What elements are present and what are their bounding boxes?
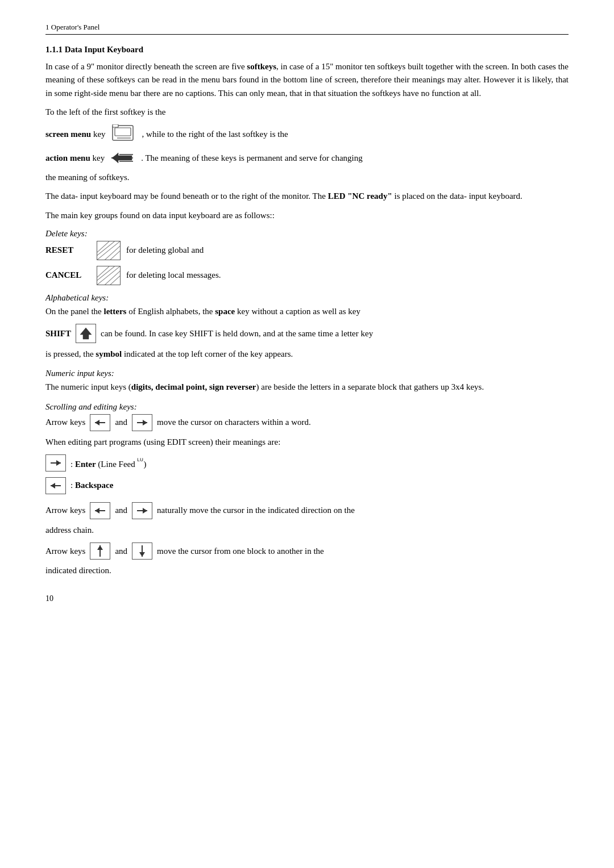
backspace-label: : Backspace xyxy=(70,481,113,490)
down-arrow-icon xyxy=(132,542,152,560)
shift-icon xyxy=(76,324,96,343)
action-menu-icon xyxy=(110,148,135,168)
arrow-row-3-suffix: move the cursor from one block to anothe… xyxy=(157,546,324,556)
backspace-arrow-icon xyxy=(45,477,66,494)
numeric-keys-label: Numeric input keys: xyxy=(45,369,569,378)
action-menu-desc: . The meaning of these keys is permanent… xyxy=(141,153,363,163)
svg-marker-35 xyxy=(97,545,103,550)
arrow-row-2: Arrow keys and naturally move the cursor… xyxy=(45,502,569,519)
screen-menu-after: , while to the right of the last softkey… xyxy=(142,130,288,139)
address-chain: address chain. xyxy=(45,524,569,537)
screen-menu-row: screen menu key , while to the right of … xyxy=(45,124,569,144)
up-arrow-icon xyxy=(90,542,110,560)
paragraph-led: The data- input keyboard may be found be… xyxy=(45,190,569,203)
delete-keys-label: Delete keys: xyxy=(45,229,569,239)
right-arrow-icon-1 xyxy=(132,414,152,431)
page-number: 10 xyxy=(45,594,569,603)
indicated-direction: indicated direction. xyxy=(45,564,569,577)
svg-marker-23 xyxy=(95,420,99,425)
svg-line-19 xyxy=(108,266,120,285)
svg-marker-29 xyxy=(51,483,55,489)
paragraph-key-groups: The main key groups found on data input … xyxy=(45,209,569,222)
page-header: 1 Operator's Panel xyxy=(45,23,569,35)
cancel-icon xyxy=(97,266,121,285)
enter-arrow-icon xyxy=(45,454,66,471)
enter-label: : Enter (Line Feed ᴸᵁ) xyxy=(70,457,146,469)
svg-marker-7 xyxy=(111,155,116,161)
left-arrow-icon-1 xyxy=(90,414,110,431)
arrow-row-3-prefix: Arrow keys xyxy=(45,546,85,556)
scrolling-keys-label: Scrolling and editing keys: xyxy=(45,402,569,412)
shift-label: SHIFT xyxy=(45,329,71,339)
shift-row: SHIFT can be found. In case key SHIFT is… xyxy=(45,324,569,343)
editing-intro: When editing part programs (using EDIT s… xyxy=(45,436,569,449)
reset-icon xyxy=(97,241,121,260)
svg-line-16 xyxy=(97,266,120,285)
svg-marker-33 xyxy=(143,508,147,514)
svg-marker-27 xyxy=(56,460,61,466)
svg-marker-25 xyxy=(143,420,147,425)
cancel-desc: for deleting local messages. xyxy=(126,270,221,280)
shift-desc: can be found. In case key SHIFT is held … xyxy=(101,329,373,339)
cancel-label: CANCEL xyxy=(45,270,91,280)
header-text: 1 Operator's Panel xyxy=(45,23,99,32)
section-title: 1.1.1 Data Input Keyboard xyxy=(45,45,569,55)
alphabetical-keys-label: Alphabetical keys: xyxy=(45,293,569,303)
svg-marker-31 xyxy=(95,508,99,514)
arrow-and-1: and xyxy=(115,418,127,427)
arrow-row-3: Arrow keys and move the cursor from one … xyxy=(45,542,569,560)
arrow-row-2-prefix: Arrow keys xyxy=(45,506,85,515)
svg-rect-3 xyxy=(113,124,118,127)
arrow-row-1-prefix: Arrow keys xyxy=(45,418,85,427)
alphabetical-p1: On the panel the letters of English alph… xyxy=(45,305,569,318)
reset-desc: for deleting global and xyxy=(126,245,204,255)
arrow-and-3: and xyxy=(115,546,127,556)
numeric-p1: The numeric input keys (digits, decimal … xyxy=(45,381,569,394)
svg-line-11 xyxy=(97,241,120,260)
backspace-line: : Backspace xyxy=(45,477,569,494)
bold-led: LED "NC ready" xyxy=(328,191,392,201)
action-menu-label: action menu key xyxy=(45,153,105,163)
screen-menu-icon xyxy=(111,124,136,144)
svg-line-14 xyxy=(108,241,120,260)
cancel-key-row: CANCEL for deleting local messages. xyxy=(45,266,569,285)
action-menu-row: action menu key . The meaning of these k… xyxy=(45,148,569,168)
reset-key-row: RESET for deleting global and xyxy=(45,241,569,260)
paragraph-2-intro: To the left of the first softkey is the xyxy=(45,106,569,119)
left-arrow-icon-2 xyxy=(90,502,110,519)
paragraph-softkeys-meaning: the meaning of softkeys. xyxy=(45,171,569,184)
right-arrow-icon-2 xyxy=(132,502,152,519)
arrow-row-1-suffix: move the cursor on characters within a w… xyxy=(157,418,311,427)
arrow-row-1: Arrow keys and move the cursor on charac… xyxy=(45,414,569,431)
reset-label: RESET xyxy=(45,245,91,255)
enter-line: : Enter (Line Feed ᴸᵁ) xyxy=(45,454,569,471)
arrow-row-2-suffix: naturally move the cursor in the indicat… xyxy=(157,506,355,515)
bold-softkeys: softkeys xyxy=(247,62,276,71)
alphabetical-p2: is pressed, the symbol indicated at the … xyxy=(45,348,569,361)
svg-marker-21 xyxy=(80,328,92,339)
screen-menu-label: screen menu key xyxy=(45,130,106,139)
paragraph-1: In case of a 9" monitor directly beneath… xyxy=(45,60,569,100)
svg-rect-1 xyxy=(115,128,131,136)
arrow-and-2: and xyxy=(115,506,127,515)
svg-marker-37 xyxy=(139,552,145,557)
